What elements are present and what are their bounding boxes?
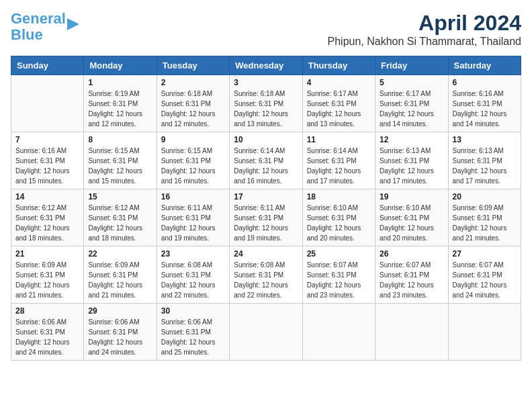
day-info: Sunrise: 6:11 AMSunset: 6:31 PMDaylight:… — [161, 203, 225, 243]
calendar-cell: 24 Sunrise: 6:08 AMSunset: 6:31 PMDaylig… — [230, 246, 302, 304]
calendar-cell: 21 Sunrise: 6:09 AMSunset: 6:31 PMDaylig… — [11, 246, 84, 304]
calendar-cell: 15 Sunrise: 6:12 AMSunset: 6:31 PMDaylig… — [84, 189, 157, 246]
page-header: General Blue April 2024 Phipun, Nakhon S… — [11, 11, 521, 48]
calendar-cell: 22 Sunrise: 6:09 AMSunset: 6:31 PMDaylig… — [84, 246, 157, 304]
day-info: Sunrise: 6:08 AMSunset: 6:31 PMDaylight:… — [234, 260, 298, 300]
day-number: 14 — [15, 192, 79, 201]
calendar-week-row: 28 Sunrise: 6:06 AMSunset: 6:31 PMDaylig… — [11, 304, 521, 361]
calendar-cell: 23 Sunrise: 6:08 AMSunset: 6:31 PMDaylig… — [157, 246, 229, 304]
day-info: Sunrise: 6:10 AMSunset: 6:31 PMDaylight:… — [380, 203, 443, 243]
day-number: 1 — [88, 78, 152, 87]
day-info: Sunrise: 6:09 AMSunset: 6:31 PMDaylight:… — [15, 260, 79, 300]
day-info: Sunrise: 6:09 AMSunset: 6:31 PMDaylight:… — [453, 203, 517, 243]
day-info: Sunrise: 6:06 AMSunset: 6:31 PMDaylight:… — [88, 317, 152, 357]
calendar-cell: 6 Sunrise: 6:16 AMSunset: 6:31 PMDayligh… — [448, 75, 521, 132]
calendar-cell: 29 Sunrise: 6:06 AMSunset: 6:31 PMDaylig… — [84, 304, 157, 361]
day-info: Sunrise: 6:15 AMSunset: 6:31 PMDaylight:… — [88, 146, 152, 186]
calendar-cell: 11 Sunrise: 6:14 AMSunset: 6:31 PMDaylig… — [302, 132, 375, 189]
calendar-cell — [302, 304, 375, 361]
day-number: 30 — [161, 306, 225, 316]
calendar-cell: 12 Sunrise: 6:13 AMSunset: 6:31 PMDaylig… — [375, 132, 448, 189]
day-info: Sunrise: 6:19 AMSunset: 6:31 PMDaylight:… — [88, 89, 152, 129]
day-number: 9 — [161, 135, 225, 144]
calendar-header-row: Sunday Monday Tuesday Wednesday Thursday… — [11, 56, 521, 75]
day-info: Sunrise: 6:14 AMSunset: 6:31 PMDaylight:… — [307, 146, 371, 186]
header-wednesday: Wednesday — [230, 56, 302, 75]
day-info: Sunrise: 6:14 AMSunset: 6:31 PMDaylight:… — [234, 146, 298, 186]
header-thursday: Thursday — [302, 56, 375, 75]
day-number: 12 — [380, 135, 443, 144]
calendar-cell: 9 Sunrise: 6:15 AMSunset: 6:31 PMDayligh… — [157, 132, 229, 189]
day-number: 11 — [307, 135, 371, 144]
day-number: 4 — [307, 78, 371, 87]
day-number: 7 — [15, 135, 79, 144]
day-number: 18 — [307, 192, 371, 201]
header-friday: Friday — [375, 56, 448, 75]
title-block: April 2024 Phipun, Nakhon Si Thammarat, … — [328, 11, 521, 48]
day-number: 17 — [234, 192, 298, 201]
day-number: 5 — [380, 78, 443, 87]
calendar-cell: 13 Sunrise: 6:13 AMSunset: 6:31 PMDaylig… — [448, 132, 521, 189]
day-number: 19 — [380, 192, 443, 201]
header-tuesday: Tuesday — [157, 56, 229, 75]
day-number: 28 — [15, 306, 79, 316]
header-saturday: Saturday — [448, 56, 521, 75]
page-title: April 2024 — [328, 11, 521, 36]
calendar-cell: 3 Sunrise: 6:18 AMSunset: 6:31 PMDayligh… — [230, 75, 302, 132]
day-number: 21 — [15, 249, 79, 259]
day-number: 13 — [453, 135, 517, 144]
calendar-cell: 27 Sunrise: 6:07 AMSunset: 6:31 PMDaylig… — [448, 246, 521, 304]
day-info: Sunrise: 6:18 AMSunset: 6:31 PMDaylight:… — [161, 89, 225, 129]
calendar-week-row: 1 Sunrise: 6:19 AMSunset: 6:31 PMDayligh… — [11, 75, 521, 132]
calendar-cell: 4 Sunrise: 6:17 AMSunset: 6:31 PMDayligh… — [302, 75, 375, 132]
calendar-cell: 26 Sunrise: 6:07 AMSunset: 6:31 PMDaylig… — [375, 246, 448, 304]
calendar-cell: 14 Sunrise: 6:12 AMSunset: 6:31 PMDaylig… — [11, 189, 84, 246]
day-number: 27 — [453, 249, 517, 259]
calendar-cell: 20 Sunrise: 6:09 AMSunset: 6:31 PMDaylig… — [448, 189, 521, 246]
calendar-cell: 2 Sunrise: 6:18 AMSunset: 6:31 PMDayligh… — [157, 75, 229, 132]
day-number: 10 — [234, 135, 298, 144]
day-info: Sunrise: 6:16 AMSunset: 6:31 PMDaylight:… — [453, 89, 517, 129]
day-info: Sunrise: 6:08 AMSunset: 6:31 PMDaylight:… — [161, 260, 225, 300]
day-number: 29 — [88, 306, 152, 316]
calendar-cell: 30 Sunrise: 6:06 AMSunset: 6:31 PMDaylig… — [157, 304, 229, 361]
calendar-cell — [230, 304, 302, 361]
day-number: 25 — [307, 249, 371, 259]
logo-arrow-icon — [67, 18, 79, 30]
calendar-week-row: 14 Sunrise: 6:12 AMSunset: 6:31 PMDaylig… — [11, 189, 521, 246]
day-number: 20 — [453, 192, 517, 201]
day-number: 23 — [161, 249, 225, 259]
day-number: 6 — [453, 78, 517, 87]
calendar-cell: 10 Sunrise: 6:14 AMSunset: 6:31 PMDaylig… — [230, 132, 302, 189]
day-info: Sunrise: 6:17 AMSunset: 6:31 PMDaylight:… — [307, 89, 371, 129]
day-info: Sunrise: 6:06 AMSunset: 6:31 PMDaylight:… — [161, 317, 225, 357]
calendar-cell: 16 Sunrise: 6:11 AMSunset: 6:31 PMDaylig… — [157, 189, 229, 246]
calendar-cell: 8 Sunrise: 6:15 AMSunset: 6:31 PMDayligh… — [84, 132, 157, 189]
calendar-cell: 7 Sunrise: 6:16 AMSunset: 6:31 PMDayligh… — [11, 132, 84, 189]
day-info: Sunrise: 6:07 AMSunset: 6:31 PMDaylight:… — [307, 260, 371, 300]
day-info: Sunrise: 6:07 AMSunset: 6:31 PMDaylight:… — [453, 260, 517, 300]
header-sunday: Sunday — [11, 56, 84, 75]
calendar-cell: 25 Sunrise: 6:07 AMSunset: 6:31 PMDaylig… — [302, 246, 375, 304]
svg-marker-0 — [67, 18, 79, 30]
day-info: Sunrise: 6:09 AMSunset: 6:31 PMDaylight:… — [88, 260, 152, 300]
day-info: Sunrise: 6:13 AMSunset: 6:31 PMDaylight:… — [380, 146, 443, 186]
calendar-cell — [448, 304, 521, 361]
day-number: 26 — [380, 249, 443, 259]
day-info: Sunrise: 6:15 AMSunset: 6:31 PMDaylight:… — [161, 146, 225, 186]
day-number: 24 — [234, 249, 298, 259]
day-info: Sunrise: 6:16 AMSunset: 6:31 PMDaylight:… — [15, 146, 79, 186]
calendar-cell: 1 Sunrise: 6:19 AMSunset: 6:31 PMDayligh… — [84, 75, 157, 132]
day-info: Sunrise: 6:12 AMSunset: 6:31 PMDaylight:… — [88, 203, 152, 243]
calendar-week-row: 21 Sunrise: 6:09 AMSunset: 6:31 PMDaylig… — [11, 246, 521, 304]
day-number: 2 — [161, 78, 225, 87]
day-info: Sunrise: 6:13 AMSunset: 6:31 PMDaylight:… — [453, 146, 517, 186]
calendar-cell: 19 Sunrise: 6:10 AMSunset: 6:31 PMDaylig… — [375, 189, 448, 246]
calendar-cell: 18 Sunrise: 6:10 AMSunset: 6:31 PMDaylig… — [302, 189, 375, 246]
day-info: Sunrise: 6:10 AMSunset: 6:31 PMDaylight:… — [307, 203, 371, 243]
day-info: Sunrise: 6:06 AMSunset: 6:31 PMDaylight:… — [15, 317, 79, 357]
calendar-cell — [11, 75, 84, 132]
day-info: Sunrise: 6:12 AMSunset: 6:31 PMDaylight:… — [15, 203, 79, 243]
calendar-cell: 28 Sunrise: 6:06 AMSunset: 6:31 PMDaylig… — [11, 304, 84, 361]
day-info: Sunrise: 6:07 AMSunset: 6:31 PMDaylight:… — [380, 260, 443, 300]
